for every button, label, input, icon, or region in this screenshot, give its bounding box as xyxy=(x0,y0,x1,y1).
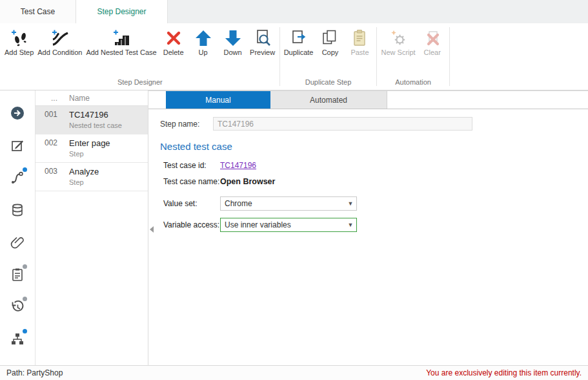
tab-test-case-label: Test Case xyxy=(21,7,55,16)
value-set-dropdown[interactable]: Chrome ▼ xyxy=(220,196,357,211)
section-title: Nested test case xyxy=(160,141,588,152)
ribbon-group-automation-buttons: New Script Clear xyxy=(379,23,447,76)
main-area: ... Name 001 TC147196 Nested test case 0… xyxy=(0,90,588,365)
document-tabbar: Test Case Step Designer xyxy=(0,0,588,23)
variable-access-dropdown[interactable]: Use inner variables ▼ xyxy=(220,218,357,232)
tab-automated-label: Automated xyxy=(310,96,347,105)
status-path: Path: PartyShop xyxy=(6,368,63,377)
step-name-input[interactable] xyxy=(213,117,472,131)
hierarchy-icon xyxy=(10,332,25,350)
sidebar-item-navigate[interactable] xyxy=(0,98,35,131)
paste-label: Paste xyxy=(350,48,369,57)
left-icon-rail xyxy=(0,90,35,365)
variable-access-row: Variable access: Use inner variables ▼ xyxy=(163,218,588,232)
step-row-type: Step xyxy=(69,150,110,158)
step-detail-panel: Manual Automated Step name: Nested test … xyxy=(148,90,588,365)
tab-automated[interactable]: Automated xyxy=(270,91,387,109)
tab-manual[interactable]: Manual xyxy=(166,91,270,109)
duplicate-label: Duplicate xyxy=(284,48,314,57)
add-step-icon xyxy=(10,28,29,48)
sidebar-item-edit[interactable] xyxy=(0,131,35,163)
checklist-badge xyxy=(23,264,27,269)
new-script-label: New Script xyxy=(381,48,415,57)
add-condition-label: Add Condition xyxy=(37,48,82,57)
new-script-icon xyxy=(389,28,408,48)
sidebar-item-history[interactable] xyxy=(0,292,35,324)
history-badge xyxy=(23,297,27,301)
variable-access-label: Variable access: xyxy=(163,220,220,229)
variable-access-selected: Use inner variables xyxy=(221,220,345,229)
add-nested-test-case-button[interactable]: Add Nested Test Case xyxy=(84,26,158,58)
steps-badge xyxy=(23,167,27,172)
new-script-button: New Script xyxy=(379,26,417,58)
preview-label: Preview xyxy=(250,48,275,57)
delete-label: Delete xyxy=(163,48,184,57)
panel-collapse-arrow[interactable] xyxy=(150,226,154,233)
preview-button[interactable]: Preview xyxy=(248,26,278,58)
test-case-id-label: Test case id: xyxy=(163,161,220,170)
up-label: Up xyxy=(199,48,208,57)
add-step-label: Add Step xyxy=(5,48,34,57)
ribbon-group-step-designer: Add Step Add Condition xyxy=(3,23,278,90)
clear-label: Clear xyxy=(424,48,441,57)
duplicate-button[interactable]: Duplicate xyxy=(282,26,316,58)
down-arrow-icon xyxy=(223,28,243,48)
ribbon-group-step-designer-buttons: Add Step Add Condition xyxy=(3,23,278,76)
test-case-name-value: Open Browser xyxy=(220,177,275,186)
step-row-002[interactable]: 002 Enter page Step xyxy=(35,134,148,163)
test-case-id-link[interactable]: TC147196 xyxy=(220,161,256,170)
add-condition-icon xyxy=(50,28,70,48)
ribbon-group-label-automation: Automation xyxy=(379,76,447,90)
tab-step-designer[interactable]: Step Designer xyxy=(76,0,168,23)
steps-path-icon xyxy=(10,170,25,188)
step-row-cell: TC147196 Nested test case xyxy=(63,106,122,134)
step-row-name: TC147196 xyxy=(69,110,122,120)
step-row-001[interactable]: 001 TC147196 Nested test case xyxy=(35,106,148,134)
hierarchy-badge xyxy=(23,329,27,333)
step-row-name: Analyze xyxy=(69,167,99,176)
duplicate-icon xyxy=(289,28,309,48)
go-arrow-icon xyxy=(10,105,25,123)
chevron-down-icon: ▼ xyxy=(345,200,356,207)
steps-list-panel: ... Name 001 TC147196 Nested test case 0… xyxy=(35,90,148,365)
sidebar-item-checklist[interactable] xyxy=(0,260,35,292)
test-case-name-row: Test case name: Open Browser xyxy=(163,177,588,186)
add-condition-button[interactable]: Add Condition xyxy=(35,26,84,58)
sidebar-item-hierarchy[interactable] xyxy=(0,324,35,357)
sidebar-item-attachments[interactable] xyxy=(0,227,35,260)
clear-icon xyxy=(423,28,442,48)
paste-button: Paste xyxy=(345,26,374,58)
sidebar-item-steps[interactable] xyxy=(0,163,35,195)
add-step-button[interactable]: Add Step xyxy=(3,26,35,58)
value-set-label: Value set: xyxy=(163,199,220,208)
ribbon-group-label-step-designer: Step Designer xyxy=(3,76,278,90)
down-button[interactable]: Down xyxy=(218,26,248,58)
status-editing-message: You are exclusively editing this item cu… xyxy=(426,368,582,377)
copy-icon xyxy=(320,28,340,48)
delete-button[interactable]: Delete xyxy=(159,26,188,58)
copy-button[interactable]: Copy xyxy=(315,26,345,58)
add-nested-test-case-icon xyxy=(112,28,131,48)
database-icon xyxy=(10,202,25,220)
up-arrow-icon xyxy=(194,28,213,48)
test-case-name-label: Test case name: xyxy=(163,177,220,186)
ribbon-group-duplicate-step: Duplicate Copy xyxy=(282,23,375,90)
ribbon-divider xyxy=(279,27,280,86)
test-case-id-row: Test case id: TC147196 xyxy=(163,161,588,170)
steps-column-name: Name xyxy=(63,94,90,103)
ribbon: Add Step Add Condition xyxy=(0,23,588,90)
up-button[interactable]: Up xyxy=(188,26,218,58)
add-nested-test-case-label: Add Nested Test Case xyxy=(86,48,156,57)
step-row-003[interactable]: 003 Analyze Step xyxy=(35,163,148,191)
chevron-down-icon: ▼ xyxy=(345,222,356,228)
sidebar-item-data[interactable] xyxy=(0,195,35,227)
attachment-icon xyxy=(10,235,25,253)
tab-test-case[interactable]: Test Case xyxy=(0,0,76,23)
checklist-icon xyxy=(10,267,25,285)
step-row-number: 002 xyxy=(35,134,63,162)
status-bar: Path: PartyShop You are exclusively edit… xyxy=(0,365,588,380)
ribbon-group-duplicate-step-buttons: Duplicate Copy xyxy=(282,23,375,76)
step-row-name: Enter page xyxy=(69,138,110,148)
paste-icon xyxy=(350,28,369,48)
edit-icon xyxy=(10,138,25,156)
